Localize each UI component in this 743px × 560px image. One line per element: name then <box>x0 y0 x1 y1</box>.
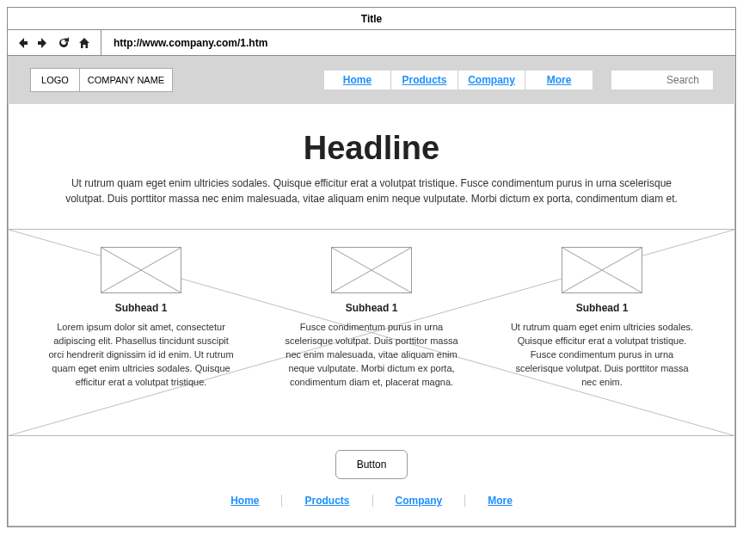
footer-nav-company[interactable]: Company <box>373 495 466 507</box>
image-placeholder-icon <box>331 247 412 293</box>
refresh-icon[interactable] <box>56 35 71 51</box>
column-2-body: Fusce condimentum purus in urna sceleris… <box>277 321 466 390</box>
url-input[interactable] <box>108 31 728 55</box>
nav-products[interactable]: Products <box>391 71 458 89</box>
logo: LOGO <box>30 68 80 92</box>
hero-body: Ut rutrum quam eget enim ultricies sodal… <box>60 175 683 206</box>
footer-nav-products[interactable]: Products <box>282 495 372 507</box>
primary-nav: Home Products Company More <box>324 71 593 89</box>
footer-nav-more[interactable]: More <box>465 495 535 507</box>
forward-icon[interactable] <box>35 35 51 51</box>
footer-nav-home[interactable]: Home <box>208 495 282 507</box>
columns-row: Subhead 1 Lorem ipsum dolor sit amet, co… <box>9 230 734 390</box>
hero-headline: Headline <box>60 130 683 167</box>
column-1: Subhead 1 Lorem ipsum dolor sit amet, co… <box>46 247 236 390</box>
search-box <box>611 71 713 89</box>
nav-company[interactable]: Company <box>458 71 525 89</box>
window-title: Title <box>361 13 382 25</box>
footer: Button Home Products Company More <box>9 436 734 526</box>
page-content: Headline Ut rutrum quam eget enim ultric… <box>8 104 735 526</box>
hero: Headline Ut rutrum quam eget enim ultric… <box>9 104 734 230</box>
browser-toolbar <box>8 30 735 56</box>
back-icon[interactable] <box>15 35 30 51</box>
column-3-body: Ut rutrum quam eget enim ultricies sodal… <box>507 321 697 390</box>
toolbar-divider <box>101 30 101 56</box>
column-3: Subhead 1 Ut rutrum quam eget enim ultri… <box>507 247 697 390</box>
nav-home[interactable]: Home <box>324 71 391 89</box>
image-placeholder-icon <box>562 247 642 293</box>
columns-section: Subhead 1 Lorem ipsum dolor sit amet, co… <box>9 230 734 436</box>
page-header: LOGO COMPANY NAME Home Products Company … <box>8 56 735 104</box>
image-placeholder-icon <box>101 247 181 293</box>
search-input[interactable] <box>618 74 743 86</box>
logo-label: LOGO <box>41 75 69 85</box>
home-icon[interactable] <box>77 35 92 51</box>
column-3-title: Subhead 1 <box>507 302 697 314</box>
column-1-title: Subhead 1 <box>46 302 236 314</box>
nav-more[interactable]: More <box>525 71 593 89</box>
column-2: Subhead 1 Fusce condimentum purus in urn… <box>277 247 466 390</box>
column-2-title: Subhead 1 <box>277 302 466 314</box>
browser-window: Title LOGO COMPANY NAME Home Products Co… <box>7 7 736 527</box>
cta-button[interactable]: Button <box>335 450 408 479</box>
company-name: COMPANY NAME <box>80 68 173 92</box>
company-name-label: COMPANY NAME <box>88 75 164 85</box>
title-bar: Title <box>8 8 735 30</box>
footer-nav: Home Products Company More <box>9 495 734 507</box>
column-1-body: Lorem ipsum dolor sit amet, consectetur … <box>46 321 236 390</box>
